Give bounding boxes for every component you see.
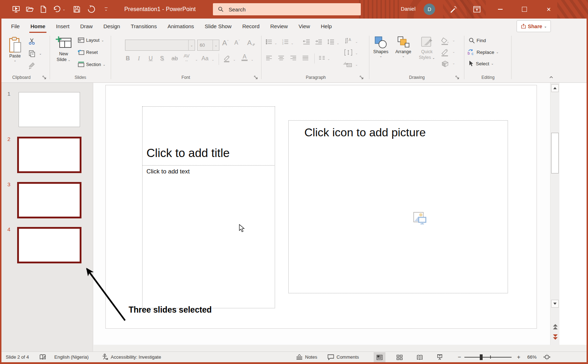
zoom-out-button[interactable]: − [455,352,464,362]
shape-fill-chevron[interactable]: ⌄ [452,38,456,42]
align-left-button[interactable] [266,55,272,61]
highlight-chevron[interactable]: ⌄ [232,57,236,62]
line-spacing-chevron[interactable]: ⌄ [336,41,340,45]
shape-effects-button[interactable] [440,60,450,68]
bullets-chevron[interactable]: ⌄ [274,41,278,45]
tab-file[interactable]: File [6,19,25,34]
maximize-button[interactable] [517,2,532,16]
paste-button[interactable]: Paste ⌄ [5,36,25,62]
grow-font-button[interactable]: Aˆ [222,39,229,47]
comments-button[interactable]: Comments [327,352,359,362]
tab-insert[interactable]: Insert [51,19,75,34]
accessibility-checker[interactable]: Accessibility: Investigate [101,352,161,362]
slide-show-button[interactable] [434,352,445,362]
slide-thumbnail-2[interactable] [17,137,81,173]
customize-qat-chevron[interactable]: ⌄ [103,5,109,13]
undo-dropdown-chevron[interactable]: ⌄ [61,6,66,12]
change-case-chevron[interactable]: ⌄ [211,57,215,62]
align-text-button[interactable] [344,49,352,56]
layout-button[interactable]: Layout⌄ [78,37,104,43]
zoom-in-button[interactable]: + [514,352,523,362]
font-dialog-launcher[interactable] [254,75,258,80]
increase-indent-button[interactable] [315,39,322,45]
open-file-icon[interactable] [24,3,36,15]
shape-fill-button[interactable] [440,37,450,45]
text-direction-button[interactable]: A [344,37,352,45]
normal-view-button[interactable] [374,352,385,362]
slide-page[interactable]: Click to add title Click to add text Cli… [105,85,537,329]
zoom-slider-thumb[interactable] [480,354,483,360]
font-size-combo[interactable]: 60⌄ [197,40,219,51]
font-color-button[interactable]: A [241,54,248,61]
start-slideshow-button[interactable] [10,3,22,15]
line-spacing-button[interactable] [327,39,334,45]
columns-button[interactable] [319,55,325,61]
slide-indicator[interactable]: Slide 2 of 4 [6,352,29,362]
vertical-scrollbar[interactable] [550,83,559,345]
smartart-chevron[interactable]: ⌄ [354,62,359,67]
align-center-button[interactable] [278,55,284,61]
save-button[interactable] [71,3,83,15]
new-file-icon[interactable] [37,3,49,15]
numbering-button[interactable]: 123 [282,39,289,45]
avatar[interactable]: D [424,4,435,15]
slide-thumbnail-1[interactable] [19,92,80,127]
text-direction-chevron[interactable]: ⌄ [354,40,359,44]
format-painter-button[interactable] [26,61,37,70]
bullets-button[interactable] [266,39,272,45]
next-slide-button[interactable] [552,333,559,341]
shapes-button[interactable]: Shapes ⌄ [372,36,389,57]
picture-placeholder[interactable]: Click icon to add picture [288,120,508,293]
select-button[interactable]: Select ⌄ [469,60,494,67]
undo-button[interactable] [51,3,63,15]
close-button[interactable]: × [541,2,557,16]
tab-help[interactable]: Help [315,19,337,34]
shape-outline-button[interactable] [440,48,450,57]
tab-design[interactable]: Design [98,19,125,34]
decrease-indent-button[interactable] [303,39,310,45]
change-case-button[interactable]: Aa [201,55,209,62]
ribbon-display-options-icon[interactable] [471,3,483,15]
tab-draw[interactable]: Draw [75,19,98,34]
spell-check-button[interactable] [39,352,46,362]
share-button[interactable]: Share ⌄ [517,20,551,32]
language-indicator[interactable]: English (Nigeria) [54,352,89,362]
copy-dropdown-chevron[interactable]: ⌄ [38,51,43,56]
tab-record[interactable]: Record [237,19,265,34]
convert-smartart-button[interactable] [342,60,352,67]
section-button[interactable]: Section⌄ [78,62,105,67]
columns-chevron[interactable]: ⌄ [327,57,331,61]
scroll-down-button[interactable] [551,300,559,308]
justify-button[interactable] [302,55,309,61]
new-slide-button[interactable]: New Slide ⌄ [52,36,75,62]
font-name-combo[interactable]: ⌄ [125,40,195,51]
cut-button[interactable] [26,37,37,46]
drawing-dialog-launcher[interactable] [455,75,459,80]
shape-effects-chevron[interactable]: ⌄ [452,61,456,65]
character-spacing-button[interactable]: AV↔ [184,54,189,62]
slide-thumbnail-4[interactable] [17,227,81,263]
bold-button[interactable]: B [126,55,130,62]
strikethrough-button[interactable]: ab [171,55,178,62]
tab-home[interactable]: Home [25,19,51,34]
clear-formatting-button[interactable]: A [247,39,255,47]
zoom-level[interactable]: 66% [527,352,537,362]
shrink-font-button[interactable]: Aˇ [234,40,240,46]
clipboard-dialog-launcher[interactable] [42,75,46,80]
quick-styles-button[interactable]: Quick Styles ⌄ [417,36,437,60]
zoom-slider-track[interactable] [464,357,512,358]
insert-picture-icon[interactable] [412,211,427,226]
redo-button[interactable] [85,3,97,15]
underline-button[interactable]: U [149,55,153,62]
minimize-button[interactable] [492,2,508,16]
reset-button[interactable]: Reset [78,50,98,55]
italic-button[interactable]: I [138,55,140,62]
align-text-chevron[interactable]: ⌄ [354,51,359,55]
copy-button[interactable] [26,49,37,58]
numbering-chevron[interactable]: ⌄ [290,41,294,45]
find-button[interactable]: Find [469,37,486,44]
shape-outline-chevron[interactable]: ⌄ [452,50,456,54]
arrange-button[interactable]: Arrange ⌄ [392,36,414,57]
title-placeholder[interactable]: Click to add title [142,106,275,166]
tab-review[interactable]: Review [265,19,293,34]
